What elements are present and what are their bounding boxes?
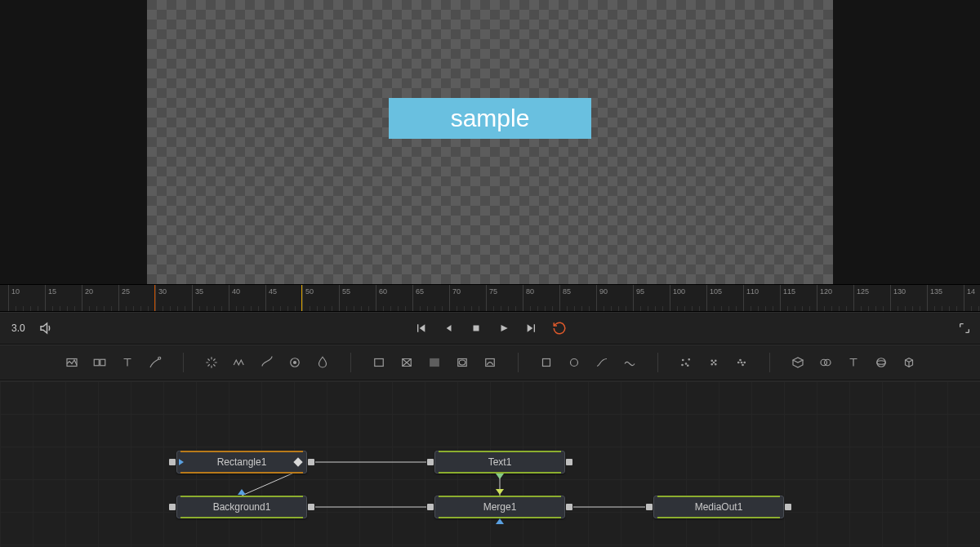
node-out[interactable]: MediaOut1 (653, 496, 784, 518)
ruler-minor-tick (324, 306, 325, 311)
ruler-tick[interactable]: 35 (192, 285, 203, 311)
cube-tool-icon[interactable] (899, 353, 919, 372)
ruler-tick[interactable]: 70 (449, 285, 461, 311)
sparkle-tool-icon[interactable] (202, 353, 221, 372)
node-input-port[interactable] (427, 504, 434, 510)
toolbar-separator (518, 353, 519, 372)
time-ruler[interactable]: 1015202530354045505560657075808590951001… (0, 284, 980, 312)
node-input-port[interactable] (169, 459, 176, 465)
toolbar-separator (769, 353, 770, 372)
ruler-minor-tick (552, 306, 553, 311)
crop-tool-icon[interactable] (537, 353, 556, 372)
background-tool-icon[interactable] (62, 353, 82, 372)
ruler-tick[interactable]: 75 (486, 285, 497, 311)
ruler-tick[interactable]: 65 (412, 285, 424, 311)
node-input-port[interactable] (646, 504, 653, 510)
mask-poly-tool-icon[interactable] (397, 353, 416, 372)
playhead[interactable] (154, 285, 155, 311)
spline-b-tool-icon[interactable] (620, 353, 639, 372)
svg-point-27 (739, 359, 741, 361)
skip-end-icon[interactable] (523, 319, 541, 337)
node-text[interactable]: Text1 (434, 451, 565, 474)
ruler-tick[interactable]: 85 (559, 285, 571, 311)
shape-3d-tool-icon[interactable] (788, 353, 808, 372)
node-port-icon[interactable] (496, 474, 504, 479)
play-icon[interactable] (495, 319, 513, 337)
mask-bezier-tool-icon[interactable] (480, 353, 500, 372)
step-back-icon[interactable] (439, 319, 457, 337)
merge-3d-tool-icon[interactable] (816, 353, 835, 372)
ruler-tick[interactable]: 45 (265, 285, 277, 311)
node-output-port[interactable] (566, 459, 572, 465)
mask-rect-tool-icon[interactable] (369, 353, 389, 372)
preview-canvas[interactable]: sample (147, 0, 833, 284)
matte-tool-icon[interactable] (425, 353, 444, 372)
ruler-tick[interactable]: 10 (8, 285, 20, 311)
ruler-tick[interactable]: 95 (633, 285, 644, 311)
node-output-port[interactable] (566, 504, 572, 510)
node-output-port[interactable] (308, 459, 314, 465)
ruler-minor-tick (655, 306, 656, 311)
ruler-tick[interactable]: 15 (45, 285, 56, 311)
svg-point-10 (459, 360, 466, 365)
blur-tool-icon[interactable] (313, 353, 332, 372)
paint-tool-icon[interactable] (145, 353, 165, 372)
ruler-minor-tick (67, 306, 68, 311)
ruler-tick[interactable]: 60 (376, 285, 387, 311)
ruler-minor-tick (420, 306, 421, 311)
ruler-minor-tick (736, 306, 737, 311)
ruler-tick[interactable]: 80 (523, 285, 534, 311)
zoom-readout[interactable]: 3.0 (7, 319, 30, 337)
node-output-port[interactable] (785, 504, 791, 510)
ruler-minor-tick (574, 306, 575, 311)
tool-shelf (0, 345, 980, 380)
skip-start-icon[interactable] (412, 319, 430, 337)
ruler-tick[interactable]: 25 (118, 285, 130, 311)
node-output-port[interactable] (308, 504, 314, 510)
ruler-minor-tick (692, 306, 693, 311)
particles-b-tool-icon[interactable] (704, 353, 724, 372)
node-port-icon[interactable] (496, 489, 504, 495)
mask-ellipse-tool-icon[interactable] (452, 353, 472, 372)
curve-tool-icon[interactable] (257, 353, 277, 372)
ruler-tick[interactable]: 40 (229, 285, 240, 311)
text-3d-tool-icon[interactable] (844, 353, 863, 372)
color-balance-tool-icon[interactable] (285, 353, 305, 372)
keyframe-marker[interactable] (301, 285, 302, 311)
node-input-port[interactable] (427, 459, 434, 465)
node-graph[interactable]: Rectangle1Background1Text1Merge1MediaOut… (0, 380, 980, 547)
sphere-tool-icon[interactable] (871, 353, 891, 372)
svg-rect-2 (94, 359, 99, 366)
text-tool-icon[interactable] (118, 353, 137, 372)
particles-c-tool-icon[interactable] (732, 353, 751, 372)
ruler-minor-tick (104, 306, 105, 311)
mediain-tool-icon[interactable] (90, 353, 109, 372)
ruler-tick[interactable]: 50 (302, 285, 314, 311)
ruler-tick[interactable]: 14 (964, 285, 975, 311)
viewer-panel[interactable]: sample (0, 0, 980, 284)
svg-rect-7 (374, 359, 383, 367)
toolbar-group (530, 353, 646, 372)
node-port-icon[interactable] (496, 518, 504, 524)
volume-icon[interactable] (37, 319, 55, 337)
particles-a-tool-icon[interactable] (676, 353, 696, 372)
node-port-icon[interactable] (238, 489, 246, 495)
zigzag-tool-icon[interactable] (229, 353, 249, 372)
loop-icon[interactable] (550, 319, 568, 337)
stop-icon[interactable] (467, 319, 485, 337)
node-merge[interactable]: Merge1 (434, 496, 565, 518)
node-bg[interactable]: Background1 (176, 496, 307, 518)
expand-icon[interactable] (956, 319, 973, 337)
ruler-minor-tick (354, 306, 354, 311)
node-input-port[interactable] (169, 504, 176, 510)
circle-tool-icon[interactable] (564, 353, 584, 372)
ruler-tick[interactable]: 55 (339, 285, 350, 311)
ruler-tick[interactable]: 30 (155, 285, 167, 311)
ruler-tick[interactable]: 90 (596, 285, 608, 311)
spline-a-tool-icon[interactable] (592, 353, 612, 372)
node-rect[interactable]: Rectangle1 (176, 451, 307, 474)
ruler-tick[interactable]: 20 (82, 285, 93, 311)
ruler-minor-tick (530, 306, 531, 311)
ruler-minor-tick (442, 306, 443, 311)
ruler-minor-tick (258, 306, 259, 311)
